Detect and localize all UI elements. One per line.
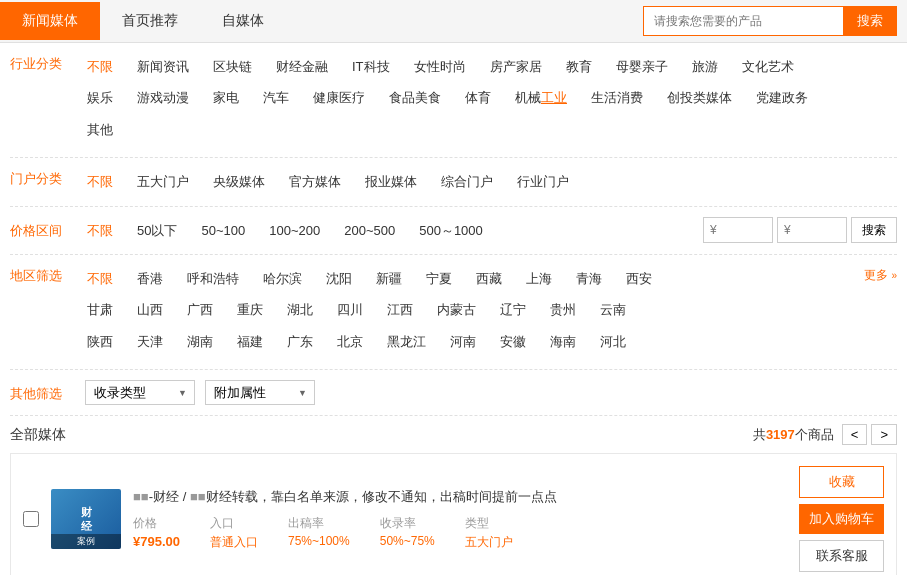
region-beijing[interactable]: 北京: [325, 328, 375, 355]
region-hubei[interactable]: 湖北: [275, 296, 325, 323]
industry-culture[interactable]: 文化艺术: [730, 53, 806, 80]
industry-row-2: 娱乐 游戏动漫 家电 汽车 健康医疗 食品美食 体育 机械工业 生活消费 创投类…: [75, 84, 897, 111]
region-qinghai[interactable]: 青海: [564, 265, 614, 292]
collect-button[interactable]: 收藏: [799, 466, 884, 498]
price-50-100[interactable]: 50~100: [189, 217, 257, 244]
industry-finance[interactable]: 财经金融: [264, 53, 340, 80]
industry-machinery[interactable]: 机械工业: [503, 84, 579, 111]
price-50below[interactable]: 50以下: [125, 217, 189, 244]
region-tianjin[interactable]: 天津: [125, 328, 175, 355]
region-hainan[interactable]: 海南: [538, 328, 588, 355]
industry-items: 不限 新闻资讯 区块链 财经金融 IT科技 女性时尚 房产家居 教育 母婴亲子 …: [75, 53, 897, 147]
industry-realestate[interactable]: 房产家居: [478, 53, 554, 80]
industry-appliance[interactable]: 家电: [201, 84, 251, 111]
region-more-link[interactable]: 更多 »: [864, 265, 897, 284]
region-chongqing[interactable]: 重庆: [225, 296, 275, 323]
industry-auto[interactable]: 汽车: [251, 84, 301, 111]
meta-publish-rate: 出稿率 75%~100%: [288, 515, 350, 551]
industry-other[interactable]: 其他: [75, 116, 125, 143]
product-checkbox[interactable]: [23, 511, 39, 527]
index-rate-label: 收录率: [380, 515, 435, 532]
publish-rate-label: 出稿率: [288, 515, 350, 532]
region-heilongjiang[interactable]: 黑龙江: [375, 328, 438, 355]
industry-blockchain[interactable]: 区块链: [201, 53, 264, 80]
industry-food[interactable]: 食品美食: [377, 84, 453, 111]
industry-edu[interactable]: 教育: [554, 53, 604, 80]
price-max-input[interactable]: [777, 217, 847, 243]
region-neimenggu[interactable]: 内蒙古: [425, 296, 488, 323]
region-jiangxi[interactable]: 江西: [375, 296, 425, 323]
region-haerbin[interactable]: 哈尔滨: [251, 265, 314, 292]
industry-life[interactable]: 生活消费: [579, 84, 655, 111]
price-500-1000[interactable]: 500～1000: [407, 217, 495, 244]
region-hebei[interactable]: 河北: [588, 328, 638, 355]
industry-news[interactable]: 新闻资讯: [125, 53, 201, 80]
region-huhehaote[interactable]: 呼和浩特: [175, 265, 251, 292]
region-xinjiang[interactable]: 新疆: [364, 265, 414, 292]
region-nolimit[interactable]: 不限: [75, 265, 125, 292]
index-rate-value: 50%~75%: [380, 534, 435, 548]
region-fujian[interactable]: 福建: [225, 328, 275, 355]
portal-items: 不限 五大门户 央级媒体 官方媒体 报业媒体 综合门户 行业门户: [75, 168, 897, 195]
contact-service-button[interactable]: 联系客服: [799, 540, 884, 572]
industry-it[interactable]: IT科技: [340, 53, 402, 80]
region-shaanxi[interactable]: 陕西: [75, 328, 125, 355]
industry-invest[interactable]: 创投类媒体: [655, 84, 744, 111]
price-items: 不限 50以下 50~100 100~200 200~500 500～1000: [75, 217, 703, 244]
region-shanghai[interactable]: 上海: [514, 265, 564, 292]
region-shenyang[interactable]: 沈阳: [314, 265, 364, 292]
price-nolimit[interactable]: 不限: [75, 217, 125, 244]
portal-nolimit[interactable]: 不限: [75, 168, 125, 195]
next-page-button[interactable]: >: [871, 424, 897, 445]
industry-party[interactable]: 党建政务: [744, 84, 820, 111]
region-guangdong[interactable]: 广东: [275, 328, 325, 355]
meta-entry: 入口 普通入口: [210, 515, 258, 551]
region-guizhou[interactable]: 贵州: [538, 296, 588, 323]
region-guangxi[interactable]: 广西: [175, 296, 225, 323]
chevron-right-icon: »: [891, 270, 897, 281]
collect-type-select[interactable]: 收录类型 全部 百度收录 谷歌收录: [85, 380, 195, 405]
industry-sports[interactable]: 体育: [453, 84, 503, 111]
price-100-200[interactable]: 100~200: [257, 217, 332, 244]
add-to-cart-button[interactable]: 加入购物车: [799, 504, 884, 534]
portal-industry[interactable]: 行业门户: [505, 168, 581, 195]
region-yunnan[interactable]: 云南: [588, 296, 638, 323]
industry-game[interactable]: 游戏动漫: [125, 84, 201, 111]
region-shanxi[interactable]: 山西: [125, 296, 175, 323]
industry-filter: 行业分类 不限 新闻资讯 区块链 财经金融 IT科技 女性时尚 房产家居 教育 …: [10, 43, 897, 158]
industry-baby[interactable]: 母婴亲子: [604, 53, 680, 80]
portal-central[interactable]: 央级媒体: [201, 168, 277, 195]
price-200-500[interactable]: 200~500: [332, 217, 407, 244]
price-value: ¥795.00: [133, 534, 180, 549]
prev-page-button[interactable]: <: [842, 424, 868, 445]
type-value: 五大门户: [465, 534, 513, 551]
price-min-input[interactable]: [703, 217, 773, 243]
search-input[interactable]: [643, 6, 843, 36]
region-henan[interactable]: 河南: [438, 328, 488, 355]
region-ningxia[interactable]: 宁夏: [414, 265, 464, 292]
industry-health[interactable]: 健康医疗: [301, 84, 377, 111]
price-search-button[interactable]: 搜索: [851, 217, 897, 243]
region-xizang[interactable]: 西藏: [464, 265, 514, 292]
tab-xinwen[interactable]: 新闻媒体: [0, 2, 100, 40]
results-header: 全部媒体 共3197个商品 < >: [0, 416, 907, 453]
region-sichuan[interactable]: 四川: [325, 296, 375, 323]
region-xian[interactable]: 西安: [614, 265, 664, 292]
region-liaoning[interactable]: 辽宁: [488, 296, 538, 323]
industry-entertain[interactable]: 娱乐: [75, 84, 125, 111]
search-button[interactable]: 搜索: [843, 6, 897, 36]
extra-attr-select[interactable]: 附加属性 全部 有无广告 有无编辑: [205, 380, 315, 405]
region-hunan[interactable]: 湖南: [175, 328, 225, 355]
portal-news[interactable]: 报业媒体: [353, 168, 429, 195]
industry-nolimit[interactable]: 不限: [75, 53, 125, 80]
region-anhui[interactable]: 安徽: [488, 328, 538, 355]
tab-shouye[interactable]: 首页推荐: [100, 2, 200, 40]
portal-official[interactable]: 官方媒体: [277, 168, 353, 195]
industry-fashion[interactable]: 女性时尚: [402, 53, 478, 80]
portal-five[interactable]: 五大门户: [125, 168, 201, 195]
tab-zimeiti[interactable]: 自媒体: [200, 2, 286, 40]
region-gansu[interactable]: 甘肃: [75, 296, 125, 323]
industry-travel[interactable]: 旅游: [680, 53, 730, 80]
region-hongkong[interactable]: 香港: [125, 265, 175, 292]
portal-general[interactable]: 综合门户: [429, 168, 505, 195]
